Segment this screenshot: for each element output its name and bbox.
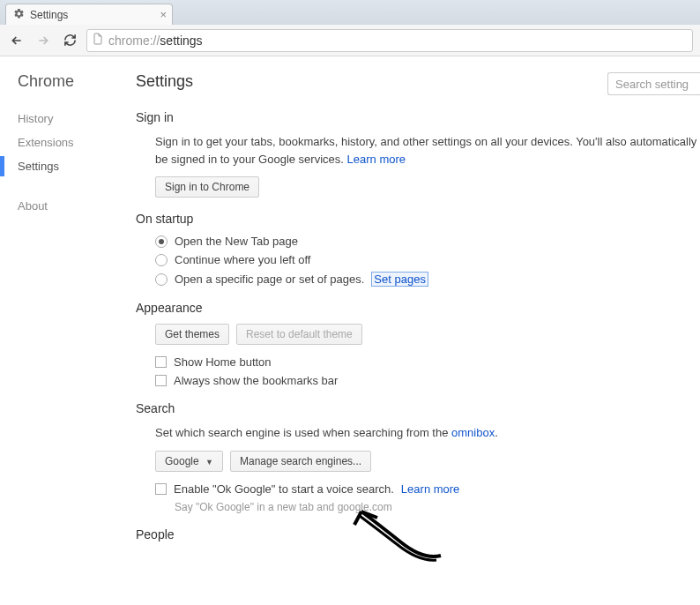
checkbox-icon [155, 483, 167, 495]
forward-button[interactable] [34, 31, 53, 50]
section-search-title: Search [136, 401, 700, 415]
url-scheme: chrome:// [108, 34, 160, 48]
signin-learn-more-link[interactable]: Learn more [347, 153, 406, 166]
section-people-title: People [136, 527, 700, 542]
tab-strip: Settings × [0, 0, 700, 25]
url-path: settings [160, 34, 202, 48]
search-engine-dropdown[interactable]: Google ▼ [155, 451, 223, 472]
show-home-checkbox[interactable]: Show Home button [155, 355, 700, 369]
gear-icon [13, 8, 25, 22]
chevron-down-icon: ▼ [205, 458, 213, 467]
get-themes-button[interactable]: Get themes [155, 324, 229, 345]
sidebar-item-about[interactable]: About [18, 194, 132, 218]
startup-radio-continue[interactable]: Continue where you left off [155, 253, 700, 266]
back-button[interactable] [7, 31, 26, 50]
radio-icon [155, 235, 168, 248]
ok-google-learn-more-link[interactable]: Learn more [401, 482, 459, 496]
search-desc: Set which search engine is used when sea… [155, 424, 700, 442]
radio-icon [155, 254, 168, 266]
page-icon [93, 33, 103, 48]
reload-button[interactable] [60, 31, 79, 50]
main-content: Settings Search setting Sign in Sign in … [132, 56, 700, 605]
search-settings-input[interactable]: Search setting [607, 72, 700, 95]
sidebar-item-extensions[interactable]: Extensions [18, 131, 132, 154]
toolbar: chrome://settings [0, 25, 700, 56]
sidebar-title: Chrome [18, 72, 132, 91]
reset-theme-button[interactable]: Reset to default theme [236, 324, 362, 345]
browser-tab[interactable]: Settings × [5, 4, 173, 25]
close-icon[interactable]: × [160, 8, 167, 21]
omnibox-link[interactable]: omnibox [451, 426, 495, 439]
section-signin-title: Sign in [136, 110, 700, 124]
checkbox-icon [155, 356, 167, 368]
sidebar-item-settings[interactable]: Settings [18, 154, 132, 178]
section-appearance-title: Appearance [136, 301, 700, 315]
startup-radio-specific[interactable]: Open a specific page or set of pages. Se… [155, 272, 700, 287]
startup-radio-newtab[interactable]: Open the New Tab page [155, 235, 700, 248]
section-startup-title: On startup [136, 212, 700, 226]
omnibox[interactable]: chrome://settings [86, 29, 693, 52]
radio-icon [155, 273, 168, 286]
sidebar: Chrome History Extensions Settings About [0, 56, 132, 605]
ok-google-help: Say "Ok Google" in a new tab and google.… [175, 501, 700, 513]
manage-search-engines-button[interactable]: Manage search engines... [230, 451, 371, 472]
set-pages-link[interactable]: Set pages [371, 272, 428, 287]
tab-title: Settings [30, 9, 68, 21]
ok-google-checkbox[interactable]: Enable "Ok Google" to start a voice sear… [155, 482, 700, 496]
sidebar-item-history[interactable]: History [18, 107, 132, 131]
checkbox-icon [155, 375, 167, 386]
show-bookmarks-checkbox[interactable]: Always show the bookmarks bar [155, 374, 700, 387]
signin-text: Sign in to get your tabs, bookmarks, his… [155, 133, 700, 168]
signin-button[interactable]: Sign in to Chrome [155, 176, 259, 198]
